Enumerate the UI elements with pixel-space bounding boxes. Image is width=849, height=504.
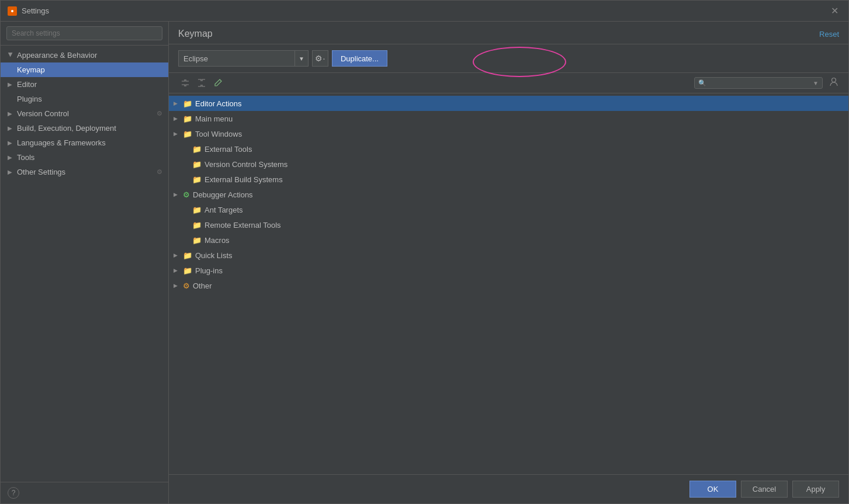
sidebar-item-other-settings[interactable]: ▶ Other Settings ⚙ [1, 165, 168, 179]
expand-arrow-languages: ▶ [8, 140, 13, 146]
tree-item-macros[interactable]: ▶ 📁 Macros [169, 232, 848, 248]
expand-arrow-appearance: ▶ [8, 53, 14, 58]
folder-icon-plugins: 📁 [183, 266, 192, 275]
sidebar-item-label-languages: Languages & Frameworks [17, 138, 106, 147]
tree-label-tool-windows: Tool Windows [195, 130, 242, 138]
sidebar-item-label-vc: Version Control [17, 109, 69, 118]
content-area: ▶ Appearance & Behavior Keymap ▶ Editor … [1, 22, 848, 503]
edit-shortcut-button[interactable] [211, 77, 225, 89]
expand-arrow-tools: ▶ [8, 154, 13, 161]
tree-item-debugger[interactable]: ▶ ⚙ Debugger Actions [169, 187, 848, 202]
expand-arrow-other: ▶ [8, 169, 13, 175]
other-settings-badge: ⚙ [157, 168, 162, 176]
sidebar-item-version-control[interactable]: ▶ Version Control ⚙ [1, 106, 168, 121]
tree-arrow-plugins: ▶ [174, 267, 181, 273]
tree-item-ant[interactable]: ▶ 📁 Ant Targets [169, 202, 848, 217]
gear-icon: ⚙ [315, 54, 323, 63]
help-button[interactable]: ? [8, 487, 19, 499]
folder-icon-remote-tools: 📁 [192, 221, 202, 230]
keymap-gear-button[interactable]: ⚙· [312, 50, 328, 67]
tree-arrow-quick-lists: ▶ [174, 252, 181, 258]
tree-label-editor-actions: Editor Actions [195, 99, 242, 108]
sidebar-item-label-other: Other Settings [17, 168, 65, 176]
tree-label-quick-lists: Quick Lists [195, 251, 233, 260]
dropdown-arrow[interactable]: ▼ [295, 50, 309, 67]
main-header: Keymap Reset [169, 22, 848, 44]
sidebar-search-input[interactable] [6, 26, 162, 40]
folder-icon-editor-actions: 📁 [183, 99, 192, 108]
tree-arrow-tool-windows: ▶ [174, 131, 181, 137]
folder-icon-vcs: 📁 [192, 160, 202, 169]
user-filter-button[interactable] [829, 77, 839, 89]
folder-icon-ant: 📁 [192, 206, 202, 214]
tree-label-debugger: Debugger Actions [193, 190, 253, 199]
tree-arrow-debugger: ▶ [174, 192, 181, 197]
bottom-bar: OK Cancel Apply [169, 474, 848, 503]
search-dropdown-icon[interactable]: ▼ [813, 80, 819, 86]
sidebar-item-label-editor: Editor [17, 80, 37, 89]
tree-label-macros: Macros [205, 236, 230, 245]
sidebar-item-label-appearance: Appearance & Behavior [17, 51, 97, 60]
sidebar-item-build[interactable]: ▶ Build, Execution, Deployment [1, 121, 168, 135]
sidebar-item-appearance[interactable]: ▶ Appearance & Behavior [1, 48, 168, 62]
tree-arrow-main-menu: ▶ [174, 116, 181, 121]
tree-label-ant: Ant Targets [205, 206, 243, 214]
tree-arrow-editor-actions: ▶ [174, 100, 181, 106]
keymap-tree: ▶ 📁 Editor Actions ▶ 📁 Main menu ▶ 📁 Too… [169, 93, 848, 474]
tree-item-vcs[interactable]: ▶ 📁 Version Control Systems [169, 157, 848, 172]
special-icon-debugger: ⚙ [183, 190, 190, 199]
sidebar: ▶ Appearance & Behavior Keymap ▶ Editor … [1, 22, 169, 503]
folder-icon-main-menu: 📁 [183, 114, 192, 123]
ok-button[interactable]: OK [689, 481, 736, 498]
reset-button[interactable]: Reset [819, 30, 839, 39]
collapse-all-button[interactable] [195, 77, 209, 89]
tree-label-plugins: Plug-ins [195, 266, 223, 275]
folder-icon-tool-windows: 📁 [183, 130, 192, 138]
tree-label-ebs: External Build Systems [205, 175, 283, 184]
app-icon [8, 6, 17, 16]
tree-item-remote-tools[interactable]: ▶ 📁 Remote External Tools [169, 217, 848, 232]
main-panel: Keymap Reset Eclipse ▼ ⚙· Duplicate... [169, 22, 848, 503]
keymap-toolbar: 🔍 ▼ [169, 73, 848, 93]
folder-icon-external-tools: 📁 [192, 145, 202, 154]
keymap-select[interactable]: Eclipse [178, 50, 295, 67]
tree-arrow-other: ▶ [174, 283, 181, 289]
sidebar-item-label-build: Build, Execution, Deployment [17, 124, 116, 133]
settings-window: Settings ✕ ▶ Appearance & Behavior Keyma… [0, 0, 849, 504]
keymap-search-input[interactable] [709, 79, 813, 87]
expand-arrow-editor: ▶ [8, 81, 13, 88]
sidebar-item-tools[interactable]: ▶ Tools [1, 150, 168, 165]
duplicate-highlight-circle [473, 47, 566, 77]
special2-icon-other: ⚙ [183, 281, 190, 290]
expand-all-button[interactable] [178, 77, 192, 89]
sidebar-item-label-tools: Tools [17, 153, 34, 162]
tree-item-quick-lists[interactable]: ▶ 📁 Quick Lists [169, 248, 848, 263]
tree-item-plugins[interactable]: ▶ 📁 Plug-ins [169, 263, 848, 278]
svg-point-2 [832, 78, 836, 82]
folder-icon-quick-lists: 📁 [183, 251, 192, 260]
tree-item-other[interactable]: ▶ ⚙ Other [169, 278, 848, 293]
cancel-button[interactable]: Cancel [741, 481, 788, 498]
sidebar-item-editor[interactable]: ▶ Editor [1, 77, 168, 92]
sidebar-item-keymap[interactable]: Keymap [1, 62, 168, 77]
tree-item-editor-actions[interactable]: ▶ 📁 Editor Actions [169, 96, 848, 111]
sidebar-bottom: ? [1, 482, 168, 503]
duplicate-button[interactable]: Duplicate... [332, 50, 387, 67]
tree-item-external-tools[interactable]: ▶ 📁 External Tools [169, 141, 848, 157]
close-button[interactable]: ✕ [827, 4, 841, 18]
tree-item-main-menu[interactable]: ▶ 📁 Main menu [169, 111, 848, 126]
folder-icon-ebs: 📁 [192, 175, 202, 184]
tree-item-ebs[interactable]: ▶ 📁 External Build Systems [169, 172, 848, 187]
expand-arrow-vc: ▶ [8, 110, 13, 117]
apply-button[interactable]: Apply [792, 481, 839, 498]
tree-label-vcs: Version Control Systems [205, 160, 287, 169]
tree-label-main-menu: Main menu [195, 114, 233, 123]
sidebar-search-area [1, 22, 168, 46]
title-bar: Settings ✕ [1, 1, 848, 22]
sidebar-item-plugins[interactable]: ▶ Plugins [1, 92, 168, 106]
tree-item-tool-windows[interactable]: ▶ 📁 Tool Windows [169, 126, 848, 141]
sidebar-item-label-keymap: Keymap [17, 65, 45, 74]
keymap-search-field: 🔍 ▼ [694, 77, 823, 89]
sidebar-items-list: ▶ Appearance & Behavior Keymap ▶ Editor … [1, 46, 168, 482]
sidebar-item-languages[interactable]: ▶ Languages & Frameworks [1, 135, 168, 150]
